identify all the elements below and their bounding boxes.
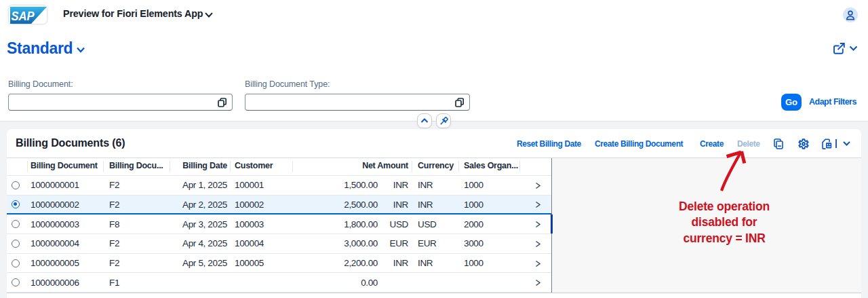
svg-text:SAP: SAP <box>12 10 35 23</box>
